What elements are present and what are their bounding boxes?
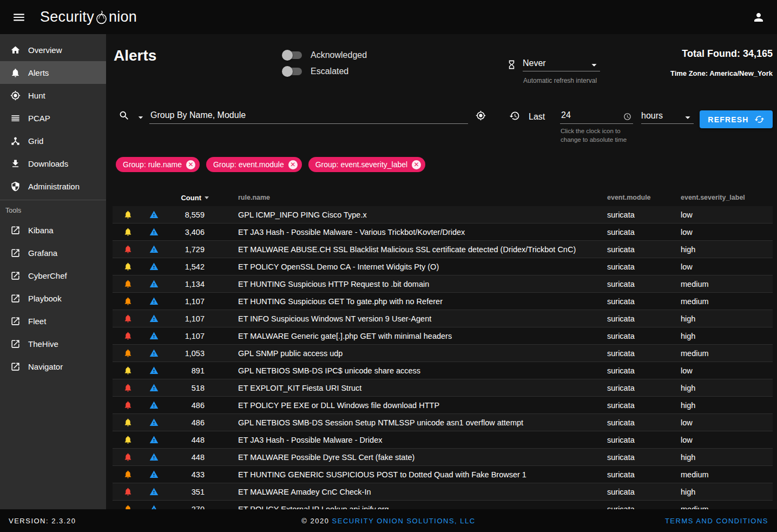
toggle-switch[interactable]: [284, 51, 302, 59]
alert-info-icon[interactable]: [149, 331, 159, 340]
sidebar-item-cyberchef[interactable]: CyberChef: [0, 264, 106, 287]
severity-bell-icon[interactable]: [123, 418, 133, 427]
alert-info-icon[interactable]: [149, 470, 159, 479]
chip-group-rule-name[interactable]: Group: rule.name ✕: [116, 157, 200, 172]
alert-info-icon[interactable]: [149, 435, 159, 444]
sidebar-item-navigator[interactable]: Navigator: [0, 355, 106, 378]
alert-info-icon[interactable]: [149, 504, 159, 509]
table-row[interactable]: 486 ET POLICY PE EXE or DLL Windows file…: [113, 397, 773, 414]
alert-count: 351: [164, 488, 212, 496]
sidebar-item-grid[interactable]: Grid: [0, 129, 106, 152]
table-row[interactable]: 433 ET HUNTING GENERIC SUSPICIOUS POST t…: [113, 466, 773, 483]
severity-bell-icon[interactable]: [123, 279, 133, 288]
sidebar-item-fleet[interactable]: Fleet: [0, 310, 106, 332]
security-onion-logo[interactable]: Security nion: [40, 9, 137, 25]
sidebar-item-grafana[interactable]: Grafana: [0, 241, 106, 264]
alert-module: suricata: [607, 297, 681, 306]
alert-info-icon[interactable]: [149, 349, 159, 358]
severity-bell-icon[interactable]: [123, 227, 133, 237]
severity-bell-icon[interactable]: [123, 435, 133, 444]
alert-info-icon[interactable]: [149, 366, 159, 375]
refresh-interval-select[interactable]: Never: [523, 57, 600, 71]
alert-info-icon[interactable]: [149, 400, 159, 410]
column-header-count[interactable]: Count: [164, 194, 212, 202]
alert-info-icon[interactable]: [149, 297, 159, 306]
table-row[interactable]: 1,729 ET MALWARE ABUSE.CH SSL Blacklist …: [113, 241, 773, 258]
table-row[interactable]: 3,406 ET JA3 Hash - Possible Malware - V…: [113, 224, 773, 241]
escalated-toggle[interactable]: Escalated: [284, 65, 367, 78]
sidebar-item-pcap[interactable]: PCAP: [0, 107, 106, 129]
search-icon[interactable]: [118, 110, 130, 121]
sidebar-item-kibana[interactable]: Kibana: [0, 219, 106, 241]
severity-bell-icon[interactable]: [123, 210, 133, 219]
alert-info-icon[interactable]: [149, 487, 159, 496]
table-row[interactable]: 891 GPL NETBIOS SMB-DS IPC$ unicode shar…: [113, 362, 773, 379]
search-input[interactable]: [149, 109, 468, 124]
alert-info-icon[interactable]: [149, 418, 159, 427]
alert-info-icon[interactable]: [149, 227, 159, 237]
alert-info-icon[interactable]: [149, 210, 159, 219]
severity-bell-icon[interactable]: [123, 487, 133, 496]
refresh-button[interactable]: REFRESH: [700, 110, 773, 128]
sidebar-item-administration[interactable]: Administration: [0, 175, 106, 198]
copyright-text: © 2020: [301, 517, 329, 525]
severity-bell-icon[interactable]: [123, 314, 133, 323]
table-row[interactable]: 1,542 ET POLICY OpenSSL Demo CA - Intern…: [113, 258, 773, 275]
table-row[interactable]: 518 ET EXPLOIT_KIT Fiesta URI Struct sur…: [113, 379, 773, 397]
severity-bell-icon[interactable]: [123, 245, 133, 254]
chip-close-icon[interactable]: ✕: [186, 160, 195, 169]
sidebar-item-downloads[interactable]: Downloads: [0, 152, 106, 175]
severity-bell-icon[interactable]: [123, 400, 133, 410]
chip-group-event-severity[interactable]: Group: event.severity_label ✕: [308, 157, 425, 172]
table-row[interactable]: 448 ET MALWARE Possible Dyre SSL Cert (f…: [113, 449, 773, 466]
chip-close-icon[interactable]: ✕: [288, 160, 298, 169]
alert-info-icon[interactable]: [149, 452, 159, 462]
target-actions-icon[interactable]: [476, 110, 486, 121]
severity-bell-icon[interactable]: [123, 504, 133, 509]
alert-info-icon[interactable]: [149, 314, 159, 323]
severity-bell-icon[interactable]: [123, 452, 133, 462]
table-row[interactable]: 8,559 GPL ICMP_INFO PING Cisco Type.x su…: [113, 206, 773, 224]
clock-icon[interactable]: [623, 113, 631, 123]
hamburger-menu-icon[interactable]: [12, 10, 26, 24]
sidebar-item-playbook[interactable]: Playbook: [0, 287, 106, 310]
company-link[interactable]: SECURITY ONION SOLUTIONS, LLC: [332, 517, 476, 525]
column-header-event-module[interactable]: event.module: [607, 194, 681, 201]
alert-info-icon[interactable]: [149, 245, 159, 254]
acknowledged-toggle[interactable]: Acknowledged: [284, 49, 367, 62]
table-row[interactable]: 486 GPL NETBIOS SMB-DS Session Setup NTM…: [113, 414, 773, 431]
chip-close-icon[interactable]: ✕: [412, 160, 421, 169]
table-row[interactable]: 270 ET POLICY External IP Lookup api.ipi…: [113, 501, 773, 509]
sidebar-item-hunt[interactable]: Hunt: [0, 84, 106, 107]
table-row[interactable]: 351 ET MALWARE Amadey CnC Check-In suric…: [113, 483, 773, 501]
table-row[interactable]: 1,107 ET INFO Suspicious Windows NT vers…: [113, 310, 773, 327]
history-clock-icon[interactable]: [509, 110, 520, 121]
table-row[interactable]: 1,107 ET MALWARE Generic gate[.].php GET…: [113, 327, 773, 345]
severity-bell-icon[interactable]: [123, 331, 133, 340]
query-history-chevron-icon[interactable]: [135, 112, 146, 123]
severity-bell-icon[interactable]: [123, 470, 133, 479]
severity-bell-icon[interactable]: [123, 366, 133, 375]
table-row[interactable]: 448 ET JA3 Hash - Possible Malware - Dri…: [113, 431, 773, 449]
chip-group-event-module[interactable]: Group: event.module ✕: [206, 157, 302, 172]
alert-info-icon[interactable]: [149, 279, 159, 288]
time-unit-select[interactable]: hours: [641, 109, 694, 124]
terms-link[interactable]: TERMS AND CONDITIONS: [665, 517, 768, 525]
table-row[interactable]: 1,134 ET HUNTING Suspicious HTTP Request…: [113, 275, 773, 293]
sidebar-item-alerts[interactable]: Alerts: [0, 61, 106, 84]
severity-bell-icon[interactable]: [123, 349, 133, 358]
severity-bell-icon[interactable]: [123, 262, 133, 271]
alert-info-icon[interactable]: [149, 262, 159, 271]
column-header-rule-name[interactable]: rule.name: [238, 194, 607, 201]
table-row[interactable]: 1,053 GPL SNMP public access udp suricat…: [113, 345, 773, 362]
toggle-switch[interactable]: [284, 68, 302, 75]
table-row[interactable]: 1,107 ET HUNTING Suspicious GET To gate.…: [113, 293, 773, 310]
sidebar-item-overview[interactable]: Overview: [0, 38, 106, 61]
column-header-severity[interactable]: event.severity_label: [681, 194, 773, 201]
alert-info-icon[interactable]: [149, 383, 159, 392]
sidebar-item-thehive[interactable]: TheHive: [0, 332, 106, 355]
severity-bell-icon[interactable]: [123, 383, 133, 392]
duration-input[interactable]: [560, 109, 633, 124]
user-account-icon[interactable]: [752, 11, 765, 24]
severity-bell-icon[interactable]: [123, 297, 133, 306]
